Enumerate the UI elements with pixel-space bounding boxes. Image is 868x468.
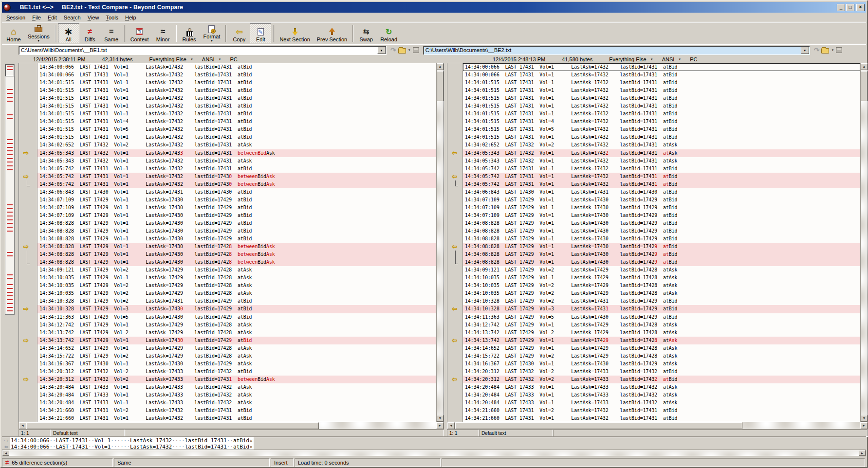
line-text[interactable]: 14:34:21:660 LAST 17431 Vol=2 LastAsk=17…: [37, 407, 436, 414]
line-text[interactable]: 14:34:08:828 LAST 17429 Vol=1 LastAsk=17…: [463, 243, 860, 251]
minor-button[interactable]: ≈Minor: [152, 23, 174, 43]
line-text[interactable]: 14:34:05:742 LAST 17431 Vol=1 LastAsk=17…: [463, 173, 860, 180]
maximize-button[interactable]: □: [846, 4, 854, 11]
open-folder-icon[interactable]: [821, 48, 829, 54]
all-button[interactable]: ∗All: [58, 23, 79, 43]
line-text[interactable]: 14:34:01:515 LAST 17431 Vol=1 LastAsk=17…: [463, 94, 860, 102]
scroll-up-icon[interactable]: ▲: [861, 63, 868, 70]
table-row[interactable]: 14:34:01:515 LAST 17431 Vol=4 LastAsk=17…: [19, 118, 436, 126]
diff-row[interactable]: 14:34:05:742 LAST 17431 Vol=1 LastAsk=17…: [19, 180, 436, 188]
minimap-diff-mark[interactable]: [7, 255, 13, 256]
minimap-diff-mark[interactable]: [7, 204, 13, 205]
minimap-diff-mark[interactable]: [7, 97, 13, 98]
table-row[interactable]: 14:34:05:742 LAST 17431 Vol=1 LastAsk=17…: [19, 165, 436, 173]
diff-row[interactable]: ⇨14:34:13:742 LAST 17429 Vol=1 LastAsk=1…: [19, 337, 436, 344]
line-text[interactable]: 14:34:01:515 LAST 17431 Vol=1 LastAsk=17…: [37, 87, 436, 94]
chevron-down-icon[interactable]: ▼: [210, 39, 213, 42]
sessions-button[interactable]: Sessions▼: [24, 23, 53, 43]
right-encoding-dropdown[interactable]: ANSI: [662, 56, 675, 62]
table-row[interactable]: 14:34:00:066 LAST 17431 Vol=1 LastAsk=17…: [19, 71, 436, 79]
minimap-diff-mark[interactable]: [7, 303, 13, 304]
right-editor[interactable]: 14:34:00:066 LAST 17431 Vol=1 LastAsk=17…: [447, 63, 860, 422]
line-text[interactable]: 14:34:08:828 LAST 17429 Vol=1 LastAsk=17…: [463, 258, 860, 266]
line-text[interactable]: 14:34:13:742 LAST 17429 Vol=1 LastAsk=17…: [463, 337, 860, 344]
section-arrow-left-icon[interactable]: ⇦: [452, 243, 457, 250]
table-row[interactable]: 14:34:20:484 LAST 17433 Vol=1 LastAsk=17…: [447, 391, 860, 399]
minimap-diff-mark[interactable]: [7, 227, 13, 228]
table-row[interactable]: 14:34:12:742 LAST 17429 Vol=1 LastAsk=17…: [19, 321, 436, 329]
line-text[interactable]: 14:34:05:343 LAST 17432 Vol=1 LastAsk=17…: [37, 149, 436, 157]
line-text[interactable]: 14:34:08:828 LAST 17429 Vol=1 LastAsk=17…: [463, 219, 860, 227]
line-text[interactable]: 14:34:10:035 LAST 17429 Vol=2 LastAsk=17…: [463, 282, 860, 289]
line-text[interactable]: 14:34:06:843 LAST 17430 Vol=1 LastAsk=17…: [463, 188, 860, 196]
right-filter-dropdown[interactable]: Everything Else: [609, 56, 646, 62]
table-row[interactable]: 14:34:00:066 LAST 17431 Vol=1 LastAsk=17…: [447, 63, 860, 71]
line-text[interactable]: 14:34:08:828 LAST 17429 Vol=1 LastAsk=17…: [37, 243, 436, 251]
table-row[interactable]: 14:34:11:363 LAST 17429 Vol=5 LastAsk=17…: [447, 313, 860, 321]
left-horizontal-scrollbar[interactable]: ◄ ►: [18, 422, 444, 430]
table-row[interactable]: 14:34:13:742 LAST 17429 Vol=2 LastAsk=17…: [447, 329, 860, 337]
table-row[interactable]: 14:34:20:484 LAST 17433 Vol=1 LastAsk=17…: [19, 383, 436, 391]
table-row[interactable]: 14:34:21:660 LAST 17431 Vol=2 LastAsk=17…: [19, 407, 436, 414]
line-text[interactable]: 14:34:20:484 LAST 17433 Vol=1 LastAsk=17…: [37, 391, 436, 399]
diff-row[interactable]: ⇨14:34:10:328 LAST 17429 Vol=3 LastAsk=1…: [19, 305, 436, 313]
table-row[interactable]: 14:34:07:109 LAST 17429 Vol=1 LastAsk=17…: [19, 196, 436, 204]
table-row[interactable]: 14:34:20:312 LAST 17432 Vol=2 LastAsk=17…: [447, 368, 860, 376]
table-row[interactable]: 14:34:05:343 LAST 17432 Vol=1 LastAsk=17…: [19, 157, 436, 165]
table-row[interactable]: 14:34:01:515 LAST 17431 Vol=1 LastAsk=17…: [447, 79, 860, 87]
minimap-diff-mark[interactable]: [7, 165, 13, 166]
minimap-diff-mark[interactable]: [7, 292, 13, 293]
line-text[interactable]: 14:34:00:066 LAST 17431 Vol=1 LastAsk=17…: [37, 63, 436, 71]
line-text[interactable]: 14:34:01:515 LAST 17431 Vol=1 LastAsk=17…: [37, 102, 436, 110]
left-editor[interactable]: 14:34:00:066 LAST 17431 Vol=1 LastAsk=17…: [19, 63, 436, 422]
scrollbar-thumb[interactable]: [27, 422, 319, 429]
diff-row[interactable]: 14:34:08:828 LAST 17429 Vol=1 LastAsk=17…: [19, 251, 436, 258]
reload-button[interactable]: ↻Reload: [377, 23, 401, 43]
table-row[interactable]: 14:34:06:843 LAST 17430 Vol=1 LastAsk=17…: [19, 188, 436, 196]
section-arrow-right-icon[interactable]: ⇨: [23, 173, 29, 180]
section-arrow-right-icon[interactable]: ⇨: [23, 243, 29, 250]
line-text[interactable]: 14:34:12:742 LAST 17429 Vol=1 LastAsk=17…: [463, 321, 860, 329]
table-row[interactable]: 14:34:13:742 LAST 17429 Vol=2 LastAsk=17…: [19, 329, 436, 337]
table-row[interactable]: 14:34:10:328 LAST 17429 Vol=2 LastAsk=17…: [447, 297, 860, 305]
table-row[interactable]: 14:34:15:722 LAST 17429 Vol=2 LastAsk=17…: [19, 352, 436, 360]
line-text[interactable]: 14:34:21:660 LAST 17431 Vol=1 LastAsk=17…: [37, 414, 436, 422]
table-row[interactable]: 14:34:07:109 LAST 17429 Vol=1 LastAsk=17…: [447, 196, 860, 204]
table-row[interactable]: 14:34:08:828 LAST 17429 Vol=1 LastAsk=17…: [447, 235, 860, 243]
line-text[interactable]: 14:34:08:828 LAST 17429 Vol=1 LastAsk=17…: [463, 235, 860, 243]
right-path-dropdown-button[interactable]: ▼: [801, 47, 809, 54]
line-text[interactable]: 14:34:12:742 LAST 17429 Vol=1 LastAsk=17…: [37, 321, 436, 329]
rules-button[interactable]: Rules: [179, 23, 200, 43]
right-vertical-scrollbar[interactable]: ▲ ▼: [860, 63, 868, 422]
left-filter-dropdown[interactable]: Everything Else: [149, 56, 186, 62]
line-text[interactable]: 14:34:10:328 LAST 17429 Vol=3 LastAsk=17…: [37, 305, 436, 313]
table-row[interactable]: 14:34:02:652 LAST 17432 Vol=2 LastAsk=17…: [447, 141, 860, 149]
section-arrow-right-icon[interactable]: ⇨: [23, 306, 29, 312]
line-text[interactable]: 14:34:07:109 LAST 17429 Vol=1 LastAsk=17…: [37, 204, 436, 212]
prev-section-button[interactable]: Prev Section: [314, 23, 351, 43]
line-text[interactable]: 14:34:00:066 LAST 17431 Vol=1 LastAsk=17…: [463, 63, 860, 71]
line-text[interactable]: 14:34:01:515 LAST 17431 Vol=1 LastAsk=17…: [463, 102, 860, 110]
table-row[interactable]: 14:34:16:367 LAST 17430 Vol=1 LastAsk=17…: [19, 360, 436, 368]
chevron-down-icon[interactable]: ▼: [37, 39, 40, 42]
scroll-left-icon[interactable]: ◄: [447, 422, 455, 429]
line-text[interactable]: 14:34:16:367 LAST 17430 Vol=1 LastAsk=17…: [463, 360, 860, 368]
minimap-diff-mark[interactable]: [7, 154, 13, 155]
line-text[interactable]: 14:34:14:652 LAST 17429 Vol=1 LastAsk=17…: [463, 344, 860, 352]
diff-row[interactable]: ⇦14:34:13:742 LAST 17429 Vol=1 LastAsk=1…: [447, 337, 860, 344]
diff-row[interactable]: 14:34:08:828 LAST 17429 Vol=1 LastAsk=17…: [447, 258, 860, 266]
section-arrow-right-icon[interactable]: ⇨: [23, 337, 29, 344]
minimap-diff-mark[interactable]: [7, 101, 13, 102]
table-row[interactable]: 14:34:20:312 LAST 17432 Vol=2 LastAsk=17…: [19, 368, 436, 376]
table-row[interactable]: 14:34:01:515 LAST 17431 Vol=1 LastAsk=17…: [19, 79, 436, 87]
minimap-diff-mark[interactable]: [7, 208, 13, 209]
table-row[interactable]: 14:34:01:515 LAST 17431 Vol=1 LastAsk=17…: [19, 133, 436, 141]
table-row[interactable]: 14:34:10:328 LAST 17429 Vol=2 LastAsk=17…: [19, 297, 436, 305]
line-text[interactable]: 14:34:01:515 LAST 17431 Vol=5 LastAsk=17…: [463, 126, 860, 133]
table-row[interactable]: 14:34:05:742 LAST 17431 Vol=1 LastAsk=17…: [447, 165, 860, 173]
scroll-left-icon[interactable]: ◄: [19, 422, 26, 429]
minimap-diff-mark[interactable]: [7, 147, 13, 148]
title-bar[interactable]: __BE1.txt <--> __BE2.txt - Text Compare …: [2, 2, 866, 13]
line-text[interactable]: 14:34:07:109 LAST 17429 Vol=1 LastAsk=17…: [37, 196, 436, 204]
open-folder-icon[interactable]: [398, 48, 406, 54]
